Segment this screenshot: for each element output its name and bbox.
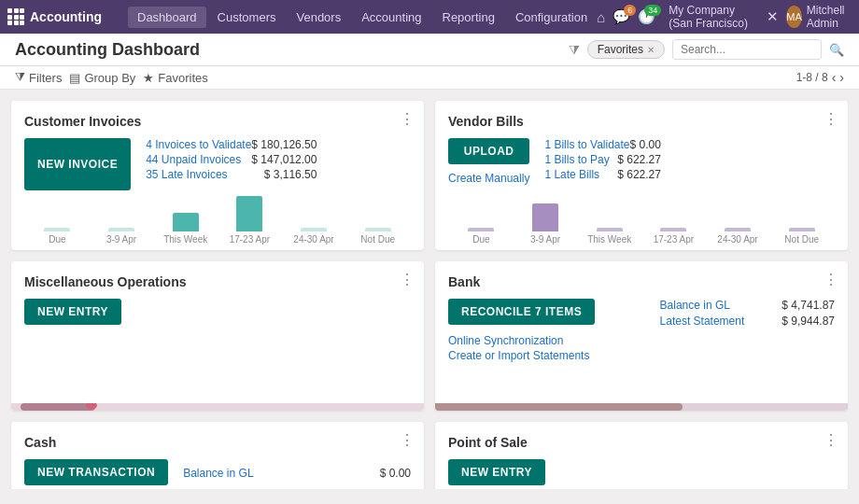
username: Mitchell Admin: [807, 4, 852, 30]
vendor-chart-group-0: Due: [452, 228, 511, 245]
chart-bar-5: [365, 228, 391, 231]
filter-row-left: ⧩ Filters ▤ Group By ★ Favorites: [15, 70, 208, 85]
cash-title: Cash: [24, 435, 411, 450]
vendor-chart-bar-4: [725, 228, 751, 231]
search-icon[interactable]: 🔍: [829, 43, 844, 57]
favorites-label: Favorites: [158, 71, 207, 85]
invoice-stat-row-1: 44 Unpaid Invoices $ 147,012.00: [146, 153, 317, 166]
upload-button[interactable]: UPLOAD: [448, 138, 529, 164]
vendor-chart-group-2: This Week: [580, 228, 639, 245]
chart-bar-0: [44, 228, 70, 231]
late-invoices-link[interactable]: 35 Late Invoices: [146, 168, 227, 181]
misc-operations-card: ⋮ Miscellaneous Operations NEW ENTRY: [11, 261, 424, 411]
filter-tag-close-icon[interactable]: ✕: [647, 45, 655, 55]
vendor-chart-label-0: Due: [472, 234, 489, 245]
vendor-chart-label-4: 24-30 Apr: [717, 234, 757, 245]
unpaid-invoices-link[interactable]: 44 Unpaid Invoices: [146, 153, 241, 166]
menu-item-dashboard[interactable]: Dashboard: [128, 7, 206, 28]
grid-icon: [7, 8, 24, 25]
bank-menu-icon[interactable]: ⋮: [824, 271, 838, 288]
menu-item-accounting[interactable]: Accounting: [352, 7, 430, 28]
chart-label-2: This Week: [163, 234, 207, 245]
user-menu[interactable]: MA Mitchell Admin: [786, 4, 852, 30]
vendor-stat-row-1: 1 Bills to Pay $ 622.27: [544, 153, 661, 166]
home-icon-btn[interactable]: ⌂: [597, 9, 605, 25]
new-invoice-button[interactable]: NEW INVOICE: [24, 138, 131, 190]
chart-group-3: 17-23 Apr: [220, 196, 279, 245]
vendor-chart-bar-0: [468, 228, 494, 231]
chart-label-5: Not Due: [360, 234, 395, 245]
filter-icon: ⧩: [15, 70, 25, 85]
invoices-to-validate-link[interactable]: 4 Invoices to Validate: [146, 138, 251, 151]
favorites-filter-tag[interactable]: Favorites ✕: [587, 40, 665, 59]
pagination: 1-8 / 8 ‹ ›: [796, 70, 844, 85]
cash-card: ⋮ Cash NEW TRANSACTION Balance in GL $ 0…: [11, 422, 424, 489]
vendor-chart-bar-3: [660, 228, 686, 231]
favorites-button[interactable]: ★ Favorites: [143, 71, 207, 85]
filters-button[interactable]: ⧩ Filters: [15, 70, 62, 85]
vendor-chart-bar-1: [532, 203, 558, 231]
app-name: Accounting: [30, 9, 102, 24]
vendor-bills-title: Vendor Bills: [448, 114, 835, 129]
menu-item-vendors[interactable]: Vendors: [287, 7, 350, 28]
page-title: Accounting Dashboard: [15, 40, 200, 60]
vendor-bills-menu-icon[interactable]: ⋮: [824, 110, 838, 128]
latest-statement-link[interactable]: Latest Statement: [660, 315, 745, 328]
customer-invoices-menu-icon[interactable]: ⋮: [400, 110, 415, 128]
reconcile-button[interactable]: RECONCILE 7 ITEMS: [448, 299, 595, 325]
new-entry-button-misc[interactable]: NEW ENTRY: [24, 299, 121, 325]
activity-icon-btn[interactable]: 🕐34: [638, 8, 655, 25]
online-sync-link[interactable]: Online Synchronization: [448, 334, 595, 347]
invoice-stat-row-0: 4 Invoices to Validate $ 180,126.50: [146, 138, 317, 151]
vendor-chart-label-2: This Week: [587, 234, 631, 245]
bills-to-pay-link[interactable]: 1 Bills to Pay: [544, 153, 609, 166]
chart-bar-4: [301, 228, 327, 231]
import-statements-link[interactable]: Create or Import Statements: [448, 349, 595, 362]
cash-balance-amount: $ 0.00: [380, 467, 411, 480]
vendor-chart-group-5: Not Due: [772, 228, 831, 245]
dashboard-grid: ⋮ Customer Invoices NEW INVOICE 4 Invoic…: [0, 90, 859, 489]
chart-group-5: Not Due: [348, 228, 407, 245]
vendor-chart-bar-5: [789, 228, 815, 231]
chart-label-3: 17-23 Apr: [230, 234, 270, 245]
customer-invoices-title: Customer Invoices: [24, 114, 411, 129]
vendor-chart-label-5: Not Due: [784, 234, 819, 245]
app-logo[interactable]: Accounting: [7, 8, 119, 25]
chart-bar-2: [173, 213, 199, 231]
chat-icon-btn[interactable]: 💬6: [613, 8, 630, 25]
misc-operations-menu-icon[interactable]: ⋮: [400, 271, 415, 288]
chart-group-2: This Week: [156, 213, 215, 245]
groupby-button[interactable]: ▤ Group By: [69, 71, 135, 85]
new-entry-button-pos[interactable]: NEW ENTRY: [448, 459, 545, 485]
bank-title: Bank: [448, 274, 835, 289]
create-manually-link[interactable]: Create Manually: [448, 172, 529, 185]
bills-to-validate-link[interactable]: 1 Bills to Validate: [544, 138, 629, 151]
pos-menu-icon[interactable]: ⋮: [824, 431, 838, 449]
latest-statement-amount: $ 9,944.87: [782, 315, 835, 328]
new-transaction-button[interactable]: NEW TRANSACTION: [24, 459, 168, 485]
next-page-button[interactable]: ›: [839, 70, 844, 85]
topnav-right: ⌂ 💬6 🕐34 My Company (San Francisco) ✕ MA…: [597, 4, 852, 30]
menu-item-reporting[interactable]: Reporting: [433, 7, 504, 28]
cash-balance-gl-link[interactable]: Balance in GL: [183, 467, 253, 480]
menu-item-customers[interactable]: Customers: [208, 7, 286, 28]
bank-stat-row-1: Latest Statement $ 9,944.87: [660, 315, 835, 328]
bank-card: ⋮ Bank RECONCILE 7 ITEMS Online Synchron…: [435, 261, 848, 411]
bank-links: Online Synchronization Create or Import …: [448, 334, 595, 362]
activity-badge: 34: [644, 5, 661, 16]
late-bills-link[interactable]: 1 Late Bills: [544, 168, 599, 181]
cash-menu-icon[interactable]: ⋮: [400, 431, 415, 449]
bills-to-validate-amount: $ 0.00: [630, 138, 661, 151]
disconnect-icon[interactable]: ✕: [767, 8, 779, 25]
filter-funnel-icon: ⧩: [569, 42, 580, 58]
customer-invoices-card: ⋮ Customer Invoices NEW INVOICE 4 Invoic…: [11, 101, 424, 250]
prev-page-button[interactable]: ‹: [832, 70, 837, 85]
misc-operations-title: Miscellaneous Operations: [24, 274, 411, 289]
balance-in-gl-link[interactable]: Balance in GL: [660, 299, 730, 312]
search-input[interactable]: [672, 39, 822, 60]
reconcile-section: RECONCILE 7 ITEMS Online Synchronization…: [448, 299, 595, 362]
top-navigation: Accounting Dashboard Customers Vendors A…: [0, 0, 859, 34]
vendor-stat-row-2: 1 Late Bills $ 622.27: [544, 168, 661, 181]
bills-to-pay-amount: $ 622.27: [617, 153, 661, 166]
menu-item-configuration[interactable]: Configuration: [506, 7, 597, 28]
